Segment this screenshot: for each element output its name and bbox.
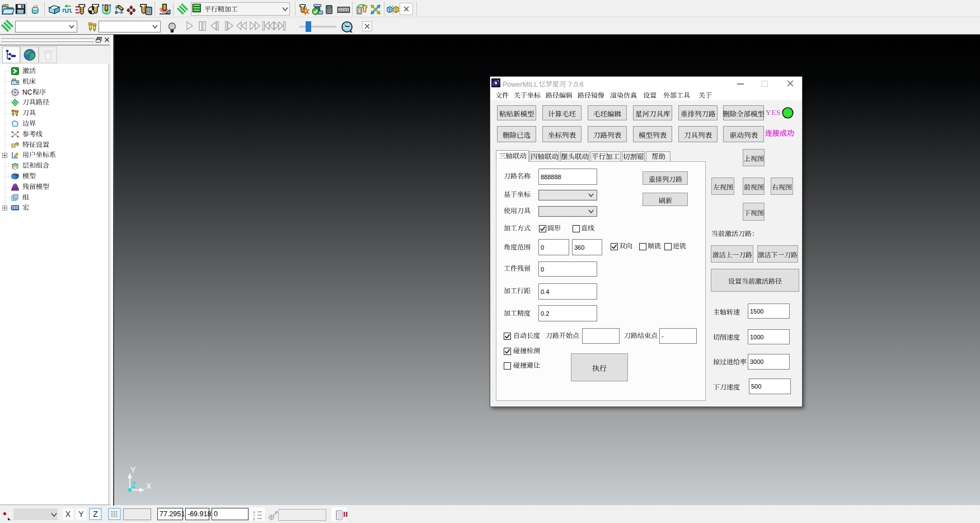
svg-text:Y: Y — [130, 465, 136, 474]
svg-text:Z: Z — [253, 517, 255, 520]
svg-text:X: X — [146, 482, 152, 491]
svg-text:Z: Z — [131, 480, 136, 489]
